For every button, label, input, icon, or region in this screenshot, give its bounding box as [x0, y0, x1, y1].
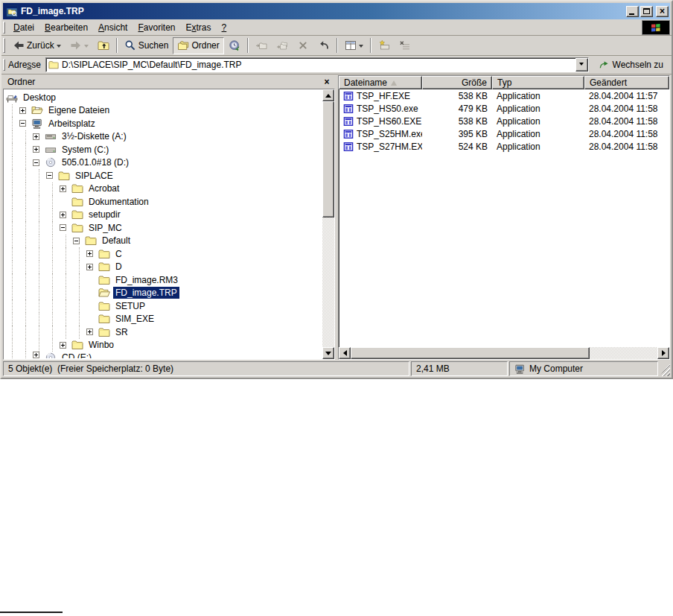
back-button[interactable]: Zurück [8, 37, 66, 54]
menu-bearbeiten[interactable]: Bearbeiten [39, 20, 93, 35]
expand-toggle-3-diskette-a[interactable] [33, 133, 39, 140]
file-row-tsp-hs50-exe[interactable]: TSP_HS50.exe479 KBApplication28.04.2004 … [339, 102, 669, 115]
list-scroll-track[interactable] [351, 347, 657, 359]
back-dropdown-caret[interactable] [57, 45, 61, 50]
tree-label-sr[interactable]: SR [113, 326, 130, 338]
views-dropdown-caret[interactable] [359, 45, 363, 50]
menu-help[interactable]: ? [217, 20, 232, 35]
tree-scroll-track[interactable] [322, 101, 334, 347]
tree-label-acrobat[interactable]: Acrobat [86, 182, 121, 194]
tree-label-system-c[interactable]: System (C:) [60, 144, 111, 156]
delete-button[interactable] [293, 37, 313, 54]
address-input[interactable]: D:\SIPLACE\SIP_MC\Default\FD_image.TRP [45, 57, 588, 72]
collapse-toggle-default[interactable] [73, 238, 80, 244]
file-row-tsp-s25hm-exe[interactable]: TSP_S25HM.exe395 KBApplication28.04.2004… [339, 127, 669, 140]
collapse-toggle-sip-mc[interactable] [60, 224, 66, 231]
tree-item-system-c[interactable]: System (C:) [4, 143, 322, 156]
column-header-dateiname[interactable]: Dateiname [339, 76, 422, 89]
list-scroll-thumb[interactable] [351, 347, 590, 359]
resize-grip[interactable] [660, 363, 670, 376]
tree-item-sim-exe[interactable]: SIM_EXE [4, 313, 322, 326]
remove-item-button[interactable] [395, 37, 415, 54]
expand-toggle-cd-e[interactable] [33, 352, 39, 358]
menubar-grip[interactable] [3, 22, 5, 34]
file-name[interactable]: TSP_S27HM.EXE [339, 142, 422, 152]
collapse-toggle-505-01-0-18-d[interactable] [33, 159, 39, 166]
expand-toggle-setupdir[interactable] [60, 212, 66, 218]
tree-label-setupdir[interactable]: setupdir [86, 209, 123, 220]
tree-item-fd-image-rm3[interactable]: FD_image.RM3 [4, 273, 322, 287]
folders-panel-close-button[interactable]: × [321, 77, 333, 87]
addressbar-grip[interactable] [3, 59, 5, 71]
menu-favoriten[interactable]: Favoriten [133, 20, 180, 35]
expand-toggle-acrobat[interactable] [60, 185, 66, 192]
forward-button[interactable] [66, 37, 93, 54]
menu-extras[interactable]: Extras [181, 20, 217, 35]
collapse-toggle-siplace[interactable] [46, 172, 53, 179]
scroll-right-button[interactable] [657, 347, 669, 359]
minimize-button[interactable] [626, 6, 639, 17]
tree-label-sip-mc[interactable]: SIP_MC [86, 222, 124, 234]
tree-vertical-scrollbar[interactable] [322, 89, 334, 359]
tree-label-arbeitsplatz[interactable]: Arbeitsplatz [46, 118, 98, 130]
file-name[interactable]: TSP_HS60.EXE [339, 116, 422, 127]
search-button[interactable]: Suchen [120, 37, 173, 54]
tree-label-eigene-dateien[interactable]: Eigene Dateien [46, 104, 112, 116]
tree-item-winbo[interactable]: Winbo [4, 339, 322, 352]
column-header-gr-e[interactable]: Größe [422, 76, 492, 89]
tree-item-c[interactable]: C [4, 247, 322, 261]
toolbar-grip[interactable] [3, 38, 5, 53]
file-name[interactable]: TSP_HF.EXE [339, 91, 422, 101]
tree-item-cd-e[interactable]: CD (E:) [4, 352, 322, 358]
expand-toggle-sr[interactable] [86, 328, 93, 335]
expand-toggle-d[interactable] [86, 264, 93, 270]
tree-label-c[interactable]: C [113, 248, 124, 260]
titlebar[interactable]: FD_image.TRP × [3, 3, 670, 19]
tree-item-sr[interactable]: SR [4, 326, 322, 339]
tree-item-siplace[interactable]: SIPLACE [4, 169, 322, 182]
tree-label-505-01-0-18-d[interactable]: 505.01.0#18 (D:) [60, 156, 131, 168]
file-row-tsp-s27hm-exe[interactable]: TSP_S27HM.EXE524 KBApplication28.04.2004… [339, 140, 669, 153]
tree-label-desktop[interactable]: Desktop [21, 92, 58, 104]
tree-item-fd-image-trp[interactable]: FD_image.TRP [4, 287, 322, 300]
expand-toggle-system-c[interactable] [33, 146, 39, 153]
new-item-button[interactable] [374, 37, 395, 54]
address-dropdown-button[interactable] [575, 58, 588, 72]
scroll-up-button[interactable] [322, 89, 334, 101]
file-row-tsp-hf-exe[interactable]: TSP_HF.EXE538 KBApplication28.04.2004 11… [339, 89, 669, 102]
tree-scroll-thumb[interactable] [322, 101, 334, 217]
tree-item-3-diskette-a[interactable]: 3½-Diskette (A:) [4, 130, 322, 144]
expand-toggle-eigene-dateien[interactable] [19, 107, 26, 114]
column-header-typ[interactable]: Typ [492, 76, 584, 89]
tree-label-cd-e[interactable]: CD (E:) [60, 352, 94, 358]
tree-item-sip-mc[interactable]: SIP_MC [4, 221, 322, 235]
tree-item-eigene-dateien[interactable]: Eigene Dateien [4, 104, 322, 118]
tree-item-dokumentation[interactable]: Dokumentation [4, 195, 322, 209]
tree-label-default[interactable]: Default [100, 235, 133, 247]
scroll-down-button[interactable] [322, 347, 334, 359]
tree-label-dokumentation[interactable]: Dokumentation [86, 196, 151, 208]
folders-button[interactable]: Ordner [173, 37, 223, 54]
tree-item-d[interactable]: D [4, 261, 322, 274]
tree-label-sim-exe[interactable]: SIM_EXE [113, 313, 156, 325]
tree-item-arbeitsplatz[interactable]: Arbeitsplatz [4, 117, 322, 130]
tree-item-505-01-0-18-d[interactable]: 505.01.0#18 (D:) [4, 156, 322, 170]
tree-label-fd-image-trp[interactable]: FD_image.TRP [113, 287, 179, 299]
close-button[interactable]: × [656, 6, 669, 17]
tree-item-default[interactable]: Default [4, 235, 322, 248]
expand-toggle-c[interactable] [86, 250, 93, 257]
menu-ansicht[interactable]: Ansicht [93, 20, 133, 35]
tree-item-setupdir[interactable]: setupdir [4, 209, 322, 222]
scroll-left-button[interactable] [339, 347, 351, 359]
tree-label-d[interactable]: D [113, 261, 124, 273]
forward-dropdown-caret[interactable] [84, 45, 89, 50]
move-to-button[interactable] [251, 37, 272, 54]
undo-button[interactable] [313, 37, 334, 54]
tree-item-acrobat[interactable]: Acrobat [4, 182, 322, 196]
history-button[interactable] [224, 37, 245, 54]
file-row-tsp-hs60-exe[interactable]: TSP_HS60.EXE538 KBApplication28.04.2004 … [339, 115, 669, 127]
tree-label-3-diskette-a[interactable]: 3½-Diskette (A:) [60, 130, 129, 142]
file-name[interactable]: TSP_HS50.exe [339, 104, 422, 114]
menu-datei[interactable]: Datei [8, 20, 39, 35]
tree-label-winbo[interactable]: Winbo [86, 339, 116, 351]
